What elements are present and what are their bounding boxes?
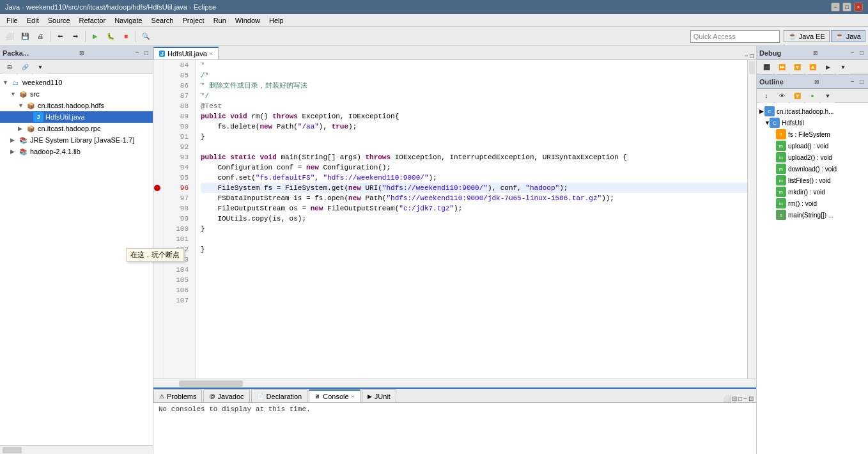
tree-item-weekend110[interactable]: ▼ 🗂 weekend110 [0,77,153,88]
panel-controls: − □ [134,49,150,57]
bottom-panel-maximize[interactable]: ⊡ [748,395,754,402]
menu-refactor[interactable]: Refactor [75,15,110,26]
rpc-package-icon: 📦 [26,123,36,134]
menu-file[interactable]: File [3,15,22,26]
outline-rm-method[interactable]: m rm() : void [757,198,868,209]
outline-class-toggle: ▶ [759,108,764,114]
menu-navigate[interactable]: Navigate [111,15,146,26]
method5-icon: m [776,187,786,197]
debug-minimize[interactable]: − [849,49,856,57]
ln-104: 104 [164,265,191,275]
minimize-button[interactable]: − [831,3,840,12]
outline-main-method[interactable]: s main(String[]) ... [757,209,868,221]
quick-access-box[interactable]: Quick Access [690,30,780,43]
outline-upload-method[interactable]: m upload() : void [757,140,868,152]
ln-88: 88 [164,101,191,111]
toolbar-back[interactable]: ⬅ [53,29,67,43]
outline-hide-btn[interactable]: 👁 [775,89,789,103]
debug-btn4[interactable]: 🔼 [805,60,819,74]
tab-close-icon[interactable]: × [210,51,213,57]
outline-mkdir-method[interactable]: m mkdir() : void [757,186,868,198]
debug-btn2[interactable]: ⏩ [775,60,789,74]
tree-item-hdfsutil[interactable]: J HdfsUtil.java [0,111,153,123]
editor-tab-hdfsutil[interactable]: J HdfsUtil.java × [153,47,219,59]
outline-header: Outline ⊠ − □ [757,75,868,89]
editor-vscroll[interactable] [747,60,756,379]
editor-hscroll[interactable] [153,379,756,387]
debug-btn5[interactable]: ▶ [821,60,835,74]
console-tab-close[interactable]: × [352,393,355,400]
outline-download-method[interactable]: m download() : void [757,163,868,175]
bottom-tab-javadoc[interactable]: @ Javadoc [203,389,249,402]
bottom-panel-btn1[interactable]: ⬜ [723,395,731,402]
panel-maximize[interactable]: □ [143,49,150,57]
perspective-java[interactable]: ☕ Java [831,30,865,42]
menu-run[interactable]: Run [210,15,230,26]
code-91: } [201,132,747,142]
outline-fs-field[interactable]: f fs : FileSystem [757,129,868,140]
code-area[interactable]: * /* * 删除文件或目录，封装好的写法 */ @Test public vo… [196,60,747,379]
bottom-panel-btn2[interactable]: ⊟ [732,395,737,402]
outline-minimize[interactable]: − [849,77,856,86]
close-button[interactable]: × [854,3,863,12]
gutter-104 [153,265,163,275]
console-icon: 🖥 [314,393,320,400]
toolbar-search[interactable]: 🔍 [139,29,153,43]
perspective-java-ee[interactable]: ☕ Java EE [784,30,830,42]
tree-item-lib[interactable]: ▶ 📚 hadoop-2.4.1.lib [0,146,153,157]
toolbar-new[interactable]: ⬜ [3,29,17,43]
link-editor-btn[interactable]: 🔗 [18,60,32,74]
collapse-all-btn[interactable]: ⊟ [3,60,17,74]
bottom-tab-problems[interactable]: ⚠ Problems [153,389,202,402]
debug-btn1[interactable]: ⬛ [759,60,773,74]
panel-minimize[interactable]: − [134,49,141,57]
menu-project[interactable]: Project [178,15,208,26]
outline-filter-btn[interactable]: 🔽 [790,89,804,103]
maximize-button[interactable]: □ [842,3,851,12]
bottom-tab-junit[interactable]: ▶ JUnit [362,389,396,402]
toolbar-save[interactable]: 💾 [18,29,32,43]
left-panel-hscroll[interactable] [0,445,153,454]
gutter-105 [153,275,163,285]
outline-close-icon[interactable]: ⊠ [814,79,819,85]
bottom-panel-btn3[interactable]: □ [738,395,742,402]
menu-edit[interactable]: Edit [23,15,43,26]
problems-icon: ⚠ [159,393,164,400]
outline-hdfsutil-class[interactable]: ▼ C HdfsUtil [757,117,868,129]
menu-help[interactable]: Help [265,15,288,26]
outline-maximize[interactable]: □ [858,77,865,86]
outline-listfiles-method[interactable]: m listFiles() : void [757,175,868,186]
menu-window[interactable]: Window [231,15,264,26]
tree-item-hdfs-pkg[interactable]: ▼ 📦 cn.itcast.hadoop.hdfs [0,100,153,111]
bottom-panel-minimize[interactable]: − [743,395,747,402]
toolbar-print[interactable]: 🖨 [33,29,47,43]
tree-item-src[interactable]: ▼ 📦 src [0,88,153,100]
menu-source[interactable]: Source [44,15,74,26]
toolbar-run[interactable]: ▶ [88,29,102,43]
outline-expand-btn[interactable]: ● [805,89,819,103]
ln-107: 107 [164,295,191,306]
method3-icon: m [776,164,786,174]
menu-search[interactable]: Search [148,15,178,26]
outline-upload2-method[interactable]: m upload2() : void [757,152,868,163]
bottom-tab-console[interactable]: 🖥 Console × [309,389,360,402]
toolbar-debug[interactable]: 🐛 [104,29,118,43]
toolbar-forward[interactable]: ➡ [68,29,82,43]
project-icon: 🗂 [10,77,20,88]
editor-maximize-btn[interactable]: □ [750,52,754,59]
outline-chevron-down[interactable]: ▼ [821,89,835,103]
debug-maximize[interactable]: □ [858,49,865,57]
bottom-tab-declaration[interactable]: 📄 Declaration [251,389,308,402]
tree-item-rpc-pkg[interactable]: ▶ 📦 cn.itcast.hadoop.rpc [0,123,153,134]
outline-class-parent[interactable]: ▶ C cn.itcast.hadoop.h... [757,106,868,117]
outline-sort-btn[interactable]: ↕ [759,89,773,103]
editor-minimize-btn[interactable]: − [745,52,748,59]
debug-close-icon[interactable]: ⊠ [813,50,818,56]
panel-title-ellipsis: ⊠ [79,50,84,56]
debug-btn3[interactable]: 🔽 [790,60,804,74]
toolbar-stop[interactable]: ■ [119,29,133,43]
debug-chevron-down[interactable]: ▼ [836,60,850,74]
tree-item-jre[interactable]: ▶ 📚 JRE System Library [JavaSE-1.7] [0,134,153,146]
tree-menu-btn[interactable]: ▼ [33,60,47,74]
gutter-100 [153,224,163,234]
